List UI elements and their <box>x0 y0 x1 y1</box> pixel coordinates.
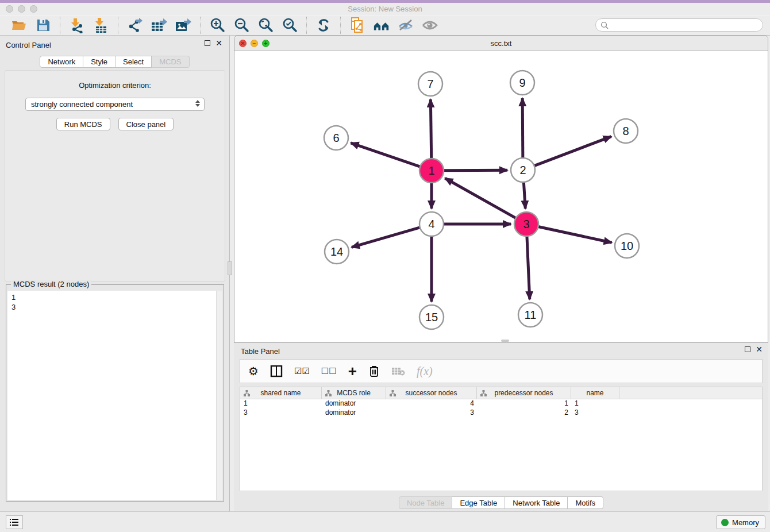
cell-shared-name[interactable]: 1 <box>240 399 322 408</box>
criterion-selected-value: strongly connected component <box>31 100 133 109</box>
graph-node-label: 6 <box>333 132 339 144</box>
select-all-icon[interactable]: ☑☑ <box>294 364 310 379</box>
mcds-result-line: 1 <box>11 292 212 302</box>
search-input[interactable] <box>611 21 763 29</box>
export-table-icon[interactable] <box>151 17 168 34</box>
graph-edge-2-8[interactable] <box>534 137 611 166</box>
tab-select[interactable]: Select <box>116 56 152 68</box>
result-scrollbar[interactable] <box>216 291 222 500</box>
cell-shared-name[interactable]: 3 <box>240 408 322 418</box>
zoom-fit-icon[interactable] <box>257 17 274 34</box>
criterion-select[interactable]: strongly connected component <box>25 98 205 111</box>
graph-node-label: 9 <box>519 76 525 89</box>
hierarchy-icon <box>244 390 250 396</box>
main-toolbar <box>0 15 770 36</box>
close-panel-icon[interactable]: ✕ <box>215 40 222 46</box>
memory-button[interactable]: Memory <box>716 515 765 529</box>
delete-column-trash-icon[interactable] <box>368 364 380 379</box>
zoom-in-icon[interactable] <box>209 17 226 34</box>
column-header-shared-name[interactable]: shared name <box>240 387 322 399</box>
tab-style[interactable]: Style <box>83 56 116 68</box>
table-settings-gear-icon[interactable]: ⚙ <box>248 364 259 379</box>
zoom-out-icon[interactable] <box>233 17 250 34</box>
table-panel-title: Table Panel <box>241 347 280 356</box>
network-view-window: ✕ − + scc.txt 7968124314101511 <box>234 36 768 343</box>
graph-edge-1-2[interactable] <box>444 170 507 171</box>
table-row[interactable]: 1 dominator 4 1 1 <box>240 399 762 408</box>
delete-table-icon <box>391 364 405 379</box>
toolbar-separator <box>340 17 341 34</box>
cell-successor-nodes[interactable]: 3 <box>386 408 477 418</box>
network-window-titlebar[interactable]: ✕ − + scc.txt <box>234 36 768 51</box>
import-table-icon[interactable] <box>93 17 110 34</box>
function-builder-icon: f(x) <box>417 364 433 379</box>
graph-node-label: 4 <box>428 218 434 230</box>
toolbar-separator <box>60 17 60 34</box>
mcds-result-title: MCDS result (2 nodes) <box>11 280 91 288</box>
export-network-icon[interactable] <box>126 17 144 34</box>
tab-network-table[interactable]: Network Table <box>505 496 568 509</box>
graph-edge-4-14[interactable] <box>352 228 420 248</box>
refresh-icon[interactable] <box>315 17 332 34</box>
export-image-icon[interactable] <box>175 17 192 34</box>
graph-edge-1-7[interactable] <box>430 99 431 159</box>
tab-edge-table[interactable]: Edge Table <box>452 496 505 509</box>
mcds-result-list[interactable]: 1 3 <box>7 291 216 500</box>
cell-name[interactable]: 1 <box>571 399 619 408</box>
float-panel-icon[interactable] <box>205 40 210 46</box>
cell-mcds-role[interactable]: dominator <box>322 408 386 418</box>
memory-label: Memory <box>732 518 759 527</box>
window-title: Session: New Session <box>0 5 770 13</box>
column-header-successor-nodes[interactable]: successor nodes <box>386 387 477 399</box>
show-all-icon[interactable] <box>421 17 438 34</box>
graph-edge-2-3[interactable] <box>523 182 525 209</box>
show-columns-icon[interactable] <box>270 364 283 379</box>
search-field[interactable] <box>595 18 763 32</box>
split-pane-handle[interactable] <box>228 261 232 275</box>
table-row[interactable]: 3 dominator 3 2 3 <box>240 408 762 418</box>
float-table-panel-icon[interactable] <box>745 346 750 352</box>
column-header-mcds-role[interactable]: MCDS role <box>322 387 386 399</box>
column-header-predecessor-nodes[interactable]: predecessor nodes <box>477 387 571 399</box>
close-table-panel-icon[interactable]: ✕ <box>756 346 763 352</box>
mcds-panel-body: Optimization criterion: strongly connect… <box>5 70 225 282</box>
save-session-icon[interactable] <box>34 17 52 34</box>
zoom-selected-icon[interactable] <box>281 17 298 34</box>
tab-node-table[interactable]: Node Table <box>399 496 453 509</box>
network-view-title: scc.txt <box>234 39 768 48</box>
hierarchy-icon <box>325 390 332 396</box>
cell-predecessor-nodes[interactable]: 2 <box>477 408 571 418</box>
deselect-all-icon[interactable]: ☐☐ <box>321 364 337 379</box>
graph-node-label: 2 <box>519 164 526 176</box>
cell-name[interactable]: 3 <box>571 408 619 418</box>
task-history-button[interactable] <box>6 515 23 529</box>
column-header-filler <box>619 387 762 399</box>
table-toolbar: ⚙ ☑☑ ☐☐ + f(x) <box>240 359 763 383</box>
import-network-icon[interactable] <box>68 17 86 34</box>
cell-mcds-role[interactable]: dominator <box>322 399 386 408</box>
tab-network[interactable]: Network <box>40 56 83 68</box>
cell-successor-nodes[interactable]: 4 <box>386 399 477 408</box>
open-session-icon[interactable] <box>10 17 28 34</box>
graph-edge-1-6[interactable] <box>351 143 421 167</box>
toolbar-separator <box>306 17 307 34</box>
add-column-plus-icon[interactable]: + <box>348 364 357 379</box>
tab-mcds[interactable]: MCDS <box>152 56 189 68</box>
graph-edge-3-11[interactable] <box>527 236 530 299</box>
mcds-result-group: MCDS result (2 nodes) 1 3 <box>6 284 224 502</box>
hide-selected-icon[interactable] <box>397 17 414 34</box>
cell-predecessor-nodes[interactable]: 1 <box>477 399 571 408</box>
graph-node-label: 14 <box>330 245 343 258</box>
graph-edge-2-9[interactable] <box>522 98 523 158</box>
run-mcds-button[interactable]: Run MCDS <box>56 118 110 130</box>
canvas-scrollbar-hint[interactable] <box>501 340 509 342</box>
graph-edge-3-10[interactable] <box>538 226 612 242</box>
graph-edge-3-1[interactable] <box>445 178 516 218</box>
network-canvas[interactable]: 7968124314101511 <box>234 51 768 342</box>
close-panel-button[interactable]: Close panel <box>118 118 174 130</box>
column-header-name[interactable]: name <box>571 387 619 399</box>
tab-motifs[interactable]: Motifs <box>568 496 603 509</box>
network-graph[interactable]: 7968124314101511 <box>234 51 768 342</box>
network-file-icon[interactable] <box>349 17 366 34</box>
first-neighbors-icon[interactable] <box>373 17 390 34</box>
